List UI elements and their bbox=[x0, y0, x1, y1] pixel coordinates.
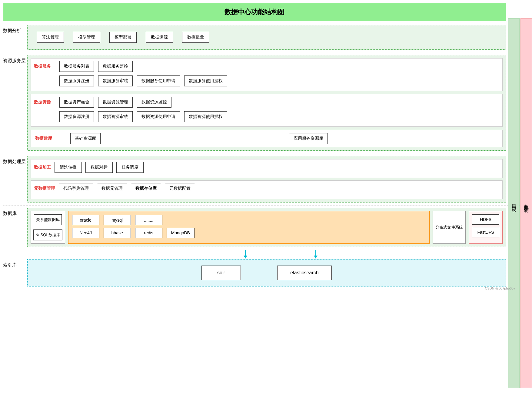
dr-item-3: 数据资源注册 bbox=[59, 111, 94, 122]
analysis-item-4: 数据质量 bbox=[182, 32, 209, 43]
ds-item-2: 数据服务注册 bbox=[59, 75, 94, 86]
data-processing-inner-row: 数据加工 清洗转换 数据对标 任务调度 bbox=[34, 162, 499, 173]
analysis-item-3: 数据溯源 bbox=[146, 32, 173, 43]
data-processing-inner-label: 数据加工 bbox=[34, 165, 51, 170]
analysis-content: 算法管理 模型管理 模型部署 数据溯源 数据质量 bbox=[31, 28, 503, 46]
data-resource-header: 数据资源 数据资产融合 数据资源管理 数据资源监控 bbox=[34, 97, 499, 124]
arrow-1 bbox=[244, 250, 247, 259]
relational-db-label: 关系型数据库 bbox=[34, 214, 62, 225]
resource-service-row: 资源服务层 数据服务 数据服务列表 数据服务监 bbox=[3, 55, 506, 151]
data-resource-label: 数据资源 bbox=[34, 99, 51, 104]
index-section: solr elasticsearch bbox=[27, 259, 506, 286]
data-processing-section: 数据加工 清洗转换 数据对标 任务调度 元数据管理 代码字典管理 数据元管理 数… bbox=[27, 156, 506, 202]
data-service-boxes-row2: 数据服务注册 数据服务审核 数据服务使用申请 数据服务使用授权 bbox=[59, 75, 227, 86]
db-etc: ........ bbox=[135, 215, 162, 225]
dr-item-6: 数据资源使用授权 bbox=[184, 111, 227, 122]
data-processing-row: 数据处理层 数据加工 清洗转换 数据对标 任务调度 bbox=[3, 156, 506, 202]
index-item-0: solr bbox=[201, 266, 241, 280]
data-service-section: 数据服务 数据服务列表 数据服务监控 数据服务注册 bbox=[31, 58, 503, 91]
metadata-section: 元数据管理 代码字典管理 数据元管理 数据存储库 元数据配置 bbox=[31, 180, 503, 199]
data-service-row1: 数据服务 数据服务列表 数据服务监控 bbox=[34, 61, 499, 72]
right-bars: 日志记录 权限控制 bbox=[508, 18, 532, 388]
dp-item-0: 清洗转换 bbox=[55, 162, 82, 173]
ds-item-4: 数据服务使用申请 bbox=[137, 75, 180, 86]
db-orange-row1: oracle mysql ........ bbox=[72, 215, 426, 225]
log-bar: 日志记录 bbox=[508, 18, 520, 388]
dr-item-5: 数据资源使用申请 bbox=[137, 111, 180, 122]
db-hbase: hbase bbox=[104, 228, 131, 238]
data-processing-label: 数据处理层 bbox=[3, 156, 27, 165]
db-type-box: 关系型数据库 NoSQL数据库 bbox=[31, 211, 65, 244]
main-title: 数据中心功能结构图 bbox=[3, 3, 506, 21]
data-resource-section: 数据资源 数据资产融合 数据资源管理 数据资源监控 bbox=[31, 94, 503, 127]
data-service-label: 数据服务 bbox=[34, 64, 51, 69]
data-warehouse-label: 数据建库 bbox=[35, 136, 52, 141]
distributed-label: 分布式文件系统 bbox=[433, 211, 466, 244]
resource-service-label: 资源服务层 bbox=[3, 55, 27, 64]
data-analysis-section: 算法管理 模型管理 模型部署 数据溯源 数据质量 bbox=[27, 25, 506, 50]
arrow-2 bbox=[314, 250, 318, 259]
dr-item-2: 数据资源监控 bbox=[137, 97, 171, 108]
metadata-label: 元数据管理 bbox=[34, 186, 55, 191]
database-label: 数据库 bbox=[3, 208, 27, 216]
resource-layer: 数据服务 数据服务列表 数据服务监控 数据服务注册 bbox=[31, 58, 503, 147]
data-resource-boxes-row1: 数据资产融合 数据资源管理 数据资源监控 bbox=[59, 97, 171, 108]
data-service-header: 数据服务 数据服务列表 数据服务监控 数据服务注册 bbox=[34, 61, 499, 88]
data-resource-boxes-row2: 数据资源注册 数据资源审核 数据资源使用申请 数据资源使用授权 bbox=[59, 111, 227, 122]
data-warehouse-section: 数据建库 基础资源库 应用服务资源库 bbox=[31, 130, 503, 147]
ds-item-3: 数据服务审核 bbox=[98, 75, 133, 86]
index-item-1: elasticsearch bbox=[277, 266, 332, 280]
analysis-item-2: 模型部署 bbox=[109, 32, 137, 43]
db-orange-section: oracle mysql ........ Neo4J hbase redis … bbox=[68, 211, 430, 244]
md-item-1: 数据元管理 bbox=[97, 183, 127, 194]
db-redis: redis bbox=[135, 228, 162, 238]
dr-item-0: 数据资产融合 bbox=[59, 97, 94, 108]
ds-item-0: 数据服务列表 bbox=[59, 61, 94, 72]
db-mongodb: MongoDB bbox=[167, 228, 195, 238]
db-oracle: oracle bbox=[72, 215, 99, 225]
dr-item-4: 数据资源审核 bbox=[98, 111, 133, 122]
db-orange-row2: Neo4J hbase redis MongoDB bbox=[72, 228, 426, 238]
metadata-row: 元数据管理 代码字典管理 数据元管理 数据存储库 元数据配置 bbox=[34, 183, 499, 194]
hdfs-section: HDFS FastDFS bbox=[469, 211, 503, 244]
hdfs-item: HDFS bbox=[472, 214, 499, 225]
md-item-2: 数据存储库 bbox=[131, 183, 161, 194]
analysis-item-0: 算法管理 bbox=[37, 32, 64, 43]
data-processing-inner: 数据加工 清洗转换 数据对标 任务调度 bbox=[31, 159, 503, 178]
ds-item-5: 数据服务使用授权 bbox=[184, 75, 227, 86]
dw-item-1: 应用服务资源库 bbox=[289, 133, 328, 144]
md-item-3: 元数据配置 bbox=[165, 183, 195, 194]
permission-bar: 权限控制 bbox=[520, 18, 532, 388]
ds-item-1: 数据服务监控 bbox=[98, 61, 133, 72]
nosql-db-label: NoSQL数据库 bbox=[33, 229, 62, 240]
dr-item-1: 数据资源管理 bbox=[98, 97, 133, 108]
resource-service-section: 数据服务 数据服务列表 数据服务监控 数据服务注册 bbox=[27, 55, 506, 151]
fastdfs-item: FastDFS bbox=[472, 227, 499, 237]
data-resource-row2: 数据资源注册 数据资源审核 数据资源使用申请 数据资源使用授权 bbox=[34, 111, 499, 122]
data-service-boxes-row1: 数据服务列表 数据服务监控 bbox=[59, 61, 133, 72]
db-mysql: mysql bbox=[104, 215, 131, 225]
database-row: 数据库 关系型数据库 NoSQL数据库 oracle mysql .......… bbox=[3, 208, 506, 247]
analysis-item-1: 模型管理 bbox=[73, 32, 100, 43]
dp-item-1: 数据对标 bbox=[85, 162, 113, 173]
arrows-row bbox=[3, 250, 527, 259]
data-analysis-label: 数据分析 bbox=[3, 25, 27, 34]
dw-item-0: 基础资源库 bbox=[70, 133, 101, 144]
md-item-0: 代码字典管理 bbox=[59, 183, 93, 194]
data-service-row2: 数据服务注册 数据服务审核 数据服务使用申请 数据服务使用授权 bbox=[34, 75, 499, 86]
dp-item-2: 任务调度 bbox=[116, 162, 144, 173]
db-content: 关系型数据库 NoSQL数据库 oracle mysql ........ Ne… bbox=[31, 211, 503, 244]
data-analysis-row: 数据分析 算法管理 模型管理 模型部署 数据溯源 数据质量 bbox=[3, 25, 506, 50]
database-section: 关系型数据库 NoSQL数据库 oracle mysql ........ Ne… bbox=[27, 208, 506, 247]
index-lib-label: 索引库 bbox=[3, 259, 27, 268]
db-neo4j: Neo4J bbox=[72, 228, 99, 238]
watermark: CSDN @007php007 bbox=[485, 286, 515, 290]
data-resource-row1: 数据资源 数据资产融合 数据资源管理 数据资源监控 bbox=[34, 97, 499, 108]
index-lib-row: 索引库 solr elasticsearch bbox=[3, 259, 506, 286]
